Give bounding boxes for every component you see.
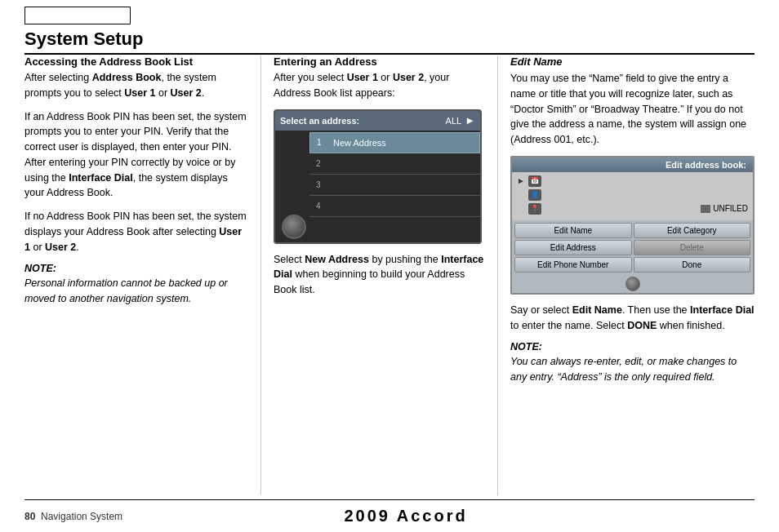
right-caption-1: Say or select — [510, 304, 572, 316]
mid-para1-text: After you select — [274, 72, 347, 83]
interface-dial-bold-3: Interface Dial — [690, 304, 755, 316]
delete-row: Delete — [634, 240, 751, 255]
list-item: 2 — [309, 153, 480, 175]
left-para3: If no Address Book PIN has been set, the… — [24, 209, 248, 255]
left-para3-text: If no Address Book PIN has been set, the… — [24, 211, 247, 237]
edit-dial-icon — [625, 277, 640, 291]
nav-item-num-1: 1 — [317, 138, 327, 147]
right-caption-3: to enter the name. Select — [510, 320, 627, 331]
edit-name-bold: Edit Name — [572, 304, 622, 316]
left-para1-text: After selecting — [24, 72, 92, 83]
nav-item-num-4: 4 — [316, 202, 326, 211]
nav-item-num-3: 3 — [316, 180, 326, 189]
nav-item-label-1: New Address — [333, 138, 386, 148]
right-caption-4: when finished. — [657, 320, 724, 331]
delete-btn[interactable]: Delete — [634, 240, 751, 255]
nav-dial-area — [278, 152, 309, 239]
interface-dial-bold-1: Interface Dial — [69, 172, 133, 184]
right-column: Edit Name You may use the “Name” field t… — [498, 55, 755, 495]
mid-para1: After you select User 1 or User 2, your … — [274, 70, 485, 101]
mid-caption-3: when beginning to build your Address Boo… — [274, 268, 465, 295]
right-caption-2: . Then use the — [622, 304, 690, 316]
list-item: 1 New Address — [309, 132, 480, 153]
new-address-bold: New Address — [305, 254, 369, 265]
footer-left: 80 Navigation System — [24, 511, 122, 522]
left-note-text: Personal information cannot be backed up… — [24, 276, 248, 307]
arrow-icon-1: ► — [517, 176, 525, 185]
unfiled-icon — [701, 205, 710, 213]
mid-user2-bold: User 2 — [393, 72, 424, 83]
nav-system-label: Navigation System — [41, 511, 122, 522]
edit-row-1: ► 📅 — [517, 175, 748, 187]
nav-all-label: ALL — [446, 116, 462, 126]
edit-icon-1: 📅 — [528, 175, 541, 187]
nav-dial-icon — [282, 215, 306, 239]
done-btn[interactable]: Done — [634, 257, 751, 273]
nav-item-num-2: 2 — [316, 159, 326, 168]
user2-bold: User 2 — [171, 87, 202, 99]
mid-or: or — [378, 72, 393, 83]
nav-screen-topbar: Select an address: ALL ► — [275, 111, 480, 131]
footer: 80 Navigation System 2009 Accord — [24, 499, 755, 532]
nav-screen-right: ALL ► — [446, 114, 475, 126]
edit-dial-row — [512, 275, 753, 293]
left-para1-end: . — [202, 87, 204, 99]
list-item: 3 — [309, 175, 480, 196]
edit-screen-body: ► 📅 ► 👤 ► 📍 UNFILED — [512, 172, 753, 220]
edit-screen: Edit address book: ► 📅 ► 👤 ► 📍 UNFILED — [510, 156, 755, 295]
edit-buttons-area: Edit Name Edit Category Edit Address Del… — [512, 220, 753, 275]
left-para3-end: . — [76, 242, 78, 253]
edit-address-btn[interactable]: Edit Address — [514, 240, 632, 255]
mid-column: Entering an Address After you select Use… — [261, 55, 498, 495]
list-item: 4 — [309, 196, 480, 217]
left-column: Accessing the Address Book List After se… — [24, 55, 261, 495]
right-note-heading: NOTE: — [510, 341, 755, 352]
nav-content-area: 1 New Address 2 3 4 — [309, 132, 480, 242]
nav-screen-label: Select an address: — [280, 116, 359, 126]
edit-row-3: ► 📍 UNFILED — [517, 203, 748, 215]
left-para1-or: or — [156, 87, 171, 99]
right-para1: You may use the “Name” field to give the… — [510, 71, 755, 148]
nav-screen: Select an address: ALL ► 1 New Address 2 — [274, 109, 482, 244]
header-box — [24, 7, 131, 24]
page-number: 80 — [24, 511, 35, 522]
edit-unfiled: UNFILED — [701, 204, 748, 213]
left-note-heading: NOTE: — [24, 263, 248, 274]
left-para1: After selecting Address Book, the system… — [24, 70, 248, 101]
user1-bold: User 1 — [124, 87, 155, 99]
mid-heading: Entering an Address — [274, 55, 485, 68]
left-para3-or: or — [30, 242, 45, 253]
mid-caption: Select New Address by pushing the Interf… — [274, 252, 485, 298]
left-heading: Accessing the Address Book List — [24, 55, 248, 68]
page-title: System Setup — [24, 29, 755, 55]
edit-phone-btn[interactable]: Edit Phone Number — [514, 257, 632, 273]
edit-icon-3: 📍 — [528, 203, 541, 215]
address-book-bold: Address Book — [92, 72, 162, 83]
nav-arrow-icon: ► — [465, 114, 475, 126]
content-area: Accessing the Address Book List After se… — [24, 55, 755, 495]
mid-caption-1: Select — [274, 254, 305, 265]
edit-icon-2: 👤 — [528, 189, 541, 201]
right-caption: Say or select Edit Name. Then use the In… — [510, 303, 755, 334]
mid-caption-2: by pushing the — [369, 254, 441, 265]
edit-category-btn[interactable]: Edit Category — [634, 223, 751, 238]
edit-name-btn[interactable]: Edit Name — [514, 223, 632, 238]
footer-center-text: 2009 Accord — [344, 507, 467, 525]
edit-row-2: ► 👤 — [517, 189, 748, 201]
right-note-text: You can always re-enter, edit, or make c… — [510, 354, 755, 385]
mid-user1-bold: User 1 — [347, 72, 378, 83]
unfiled-label: UNFILED — [713, 204, 748, 213]
done-bold: DONE — [627, 320, 657, 331]
right-heading: Edit Name — [510, 55, 755, 68]
left-para2: If an Address Book PIN has been set, the… — [24, 109, 248, 202]
edit-screen-title: Edit address book: — [512, 157, 753, 172]
user2-bold-2: User 2 — [45, 242, 76, 253]
